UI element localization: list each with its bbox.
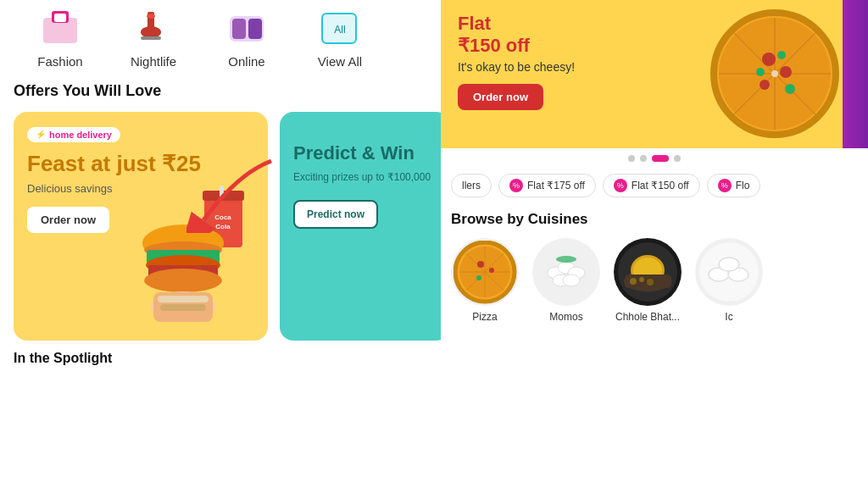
pizza-circle (451, 238, 519, 306)
dot-1 (628, 155, 635, 162)
chip-175-icon: % (509, 179, 523, 192)
home-delivery-badge: home delivery (27, 127, 120, 142)
svg-point-36 (780, 66, 792, 78)
chip-150-label: Flat ₹150 off (632, 180, 689, 191)
svg-rect-25 (158, 296, 209, 302)
svg-point-68 (647, 279, 654, 286)
svg-point-51 (477, 261, 484, 268)
svg-point-67 (639, 277, 644, 282)
pizza-svg (709, 8, 841, 140)
chhole-label: Chhole Bhat... (615, 311, 680, 323)
svg-rect-26 (160, 304, 206, 311)
momos-label: Momos (549, 311, 582, 323)
cuisine-chhole[interactable]: Chhole Bhat... (614, 238, 682, 323)
svg-point-59 (563, 274, 580, 286)
viewall-icon: All (314, 7, 365, 49)
svg-rect-14 (220, 186, 224, 198)
feast-order-button[interactable]: Order now (27, 207, 109, 233)
category-item-nightlife[interactable]: Nightlife (107, 7, 200, 69)
chip-flo-icon: % (718, 179, 732, 192)
predict-card: Predict & Win Exciting prizes up to ₹100… (280, 112, 441, 341)
feast-title: Feast at just ₹25 (27, 151, 254, 177)
online-label: Online (228, 54, 264, 69)
left-panel: Fashion Nightlife (0, 0, 441, 488)
right-panel: Flat ₹150 off It's okay to be cheesy! Or… (441, 0, 868, 488)
svg-point-72 (719, 258, 739, 271)
svg-point-35 (762, 53, 776, 66)
svg-point-22 (144, 269, 222, 292)
browse-title: Browse by Cuisines (451, 211, 858, 228)
dot-indicators (441, 148, 868, 169)
dot-4 (674, 155, 681, 162)
pizza-image (690, 0, 860, 148)
chip-sellers-label: llers (462, 180, 481, 191)
svg-point-40 (785, 84, 795, 94)
online-icon (221, 7, 272, 49)
pizza-label: Pizza (472, 311, 497, 323)
svg-rect-6 (141, 36, 161, 40)
chip-sellers[interactable]: llers (451, 174, 492, 197)
cuisine-pizza[interactable]: Pizza (451, 238, 519, 323)
momos-circle (532, 238, 600, 306)
cuisine-items: Pizza (451, 238, 858, 323)
viewall-label: View All (318, 54, 362, 69)
svg-point-5 (147, 14, 155, 19)
browse-section: Browse by Cuisines (441, 202, 868, 323)
ic-label: Ic (725, 311, 732, 323)
svg-text:Cola: Cola (215, 223, 231, 230)
ic-circle (695, 238, 763, 306)
banner-text: Flat ₹150 off It's okay to be cheesy! Or… (458, 13, 575, 110)
svg-text:Coca: Coca (214, 214, 231, 221)
svg-point-4 (141, 26, 161, 38)
offers-section-title: Offers You Will Love (14, 82, 427, 100)
category-nav: Fashion Nightlife (14, 0, 427, 79)
flat-label: Flat (458, 13, 575, 35)
fashion-label: Fashion (37, 54, 82, 69)
predict-title: Predict & Win (293, 142, 436, 164)
dot-3 (652, 155, 669, 162)
svg-point-39 (756, 68, 765, 76)
chip-150off[interactable]: % Flat ₹150 off (603, 174, 700, 197)
predict-subtitle: Exciting prizes up to ₹100,000 (293, 171, 436, 183)
amount-label: ₹150 off (458, 35, 575, 57)
food-illustration: Coca Cola (128, 175, 264, 332)
svg-rect-9 (248, 19, 262, 39)
svg-point-52 (489, 268, 494, 273)
svg-rect-8 (232, 19, 246, 39)
svg-rect-2 (54, 14, 66, 22)
chip-flo-label: Flo (736, 180, 750, 191)
svg-point-66 (630, 278, 637, 285)
chip-175off[interactable]: % Flat ₹175 off (498, 174, 596, 197)
category-item-online[interactable]: Online (200, 7, 293, 69)
category-item-viewall[interactable]: All View All (293, 7, 387, 69)
nightlife-label: Nightlife (131, 54, 176, 69)
dot-2 (640, 155, 647, 162)
chip-150-icon: % (614, 179, 627, 192)
feast-card: home delivery Feast at just ₹25 Deliciou… (14, 112, 268, 341)
svg-point-60 (556, 256, 576, 263)
svg-point-41 (771, 70, 778, 77)
svg-point-38 (777, 51, 786, 59)
nightlife-icon (128, 7, 179, 49)
category-item-fashion[interactable]: Fashion (14, 7, 107, 69)
spotlight-title: In the Spotlight (14, 351, 427, 366)
chhole-circle (614, 238, 682, 306)
cuisine-momos[interactable]: Momos (532, 238, 600, 323)
banner-order-button[interactable]: Order now (458, 84, 543, 110)
partial-banner (843, 0, 868, 148)
chip-flo[interactable]: % Flo (707, 174, 761, 197)
cuisine-ic[interactable]: Ic (695, 238, 763, 323)
svg-text:All: All (334, 24, 345, 36)
offer-cards: home delivery Feast at just ₹25 Deliciou… (14, 112, 427, 341)
svg-point-37 (760, 80, 770, 90)
predict-button[interactable]: Predict now (293, 200, 378, 229)
banner-tagline: It's okay to be cheesy! (458, 60, 575, 74)
pizza-banner: Flat ₹150 off It's okay to be cheesy! Or… (441, 0, 868, 148)
filter-chips: llers % Flat ₹175 off % Flat ₹150 off % … (441, 169, 868, 202)
svg-point-53 (476, 275, 481, 280)
chip-175-label: Flat ₹175 off (527, 180, 585, 191)
fashion-icon (35, 7, 86, 49)
